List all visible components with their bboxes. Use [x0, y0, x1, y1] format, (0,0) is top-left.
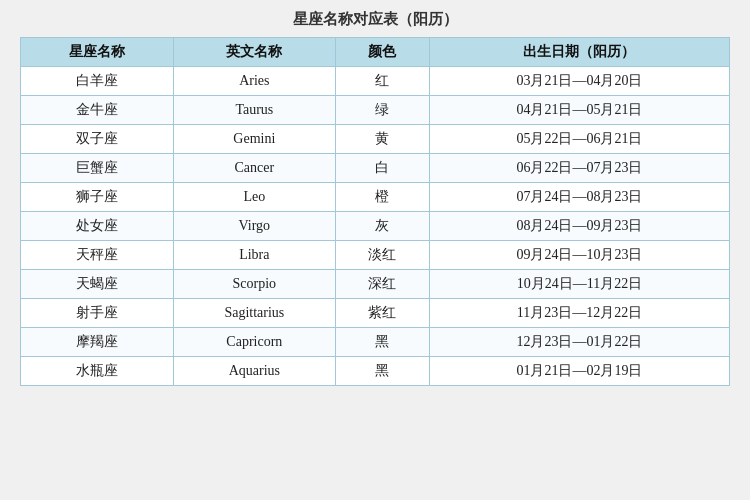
cell-chinese-name: 狮子座 — [21, 183, 174, 212]
cell-color: 黑 — [335, 328, 429, 357]
cell-chinese-name: 摩羯座 — [21, 328, 174, 357]
cell-chinese-name: 双子座 — [21, 125, 174, 154]
cell-date: 06月22日—07月23日 — [429, 154, 729, 183]
cell-color: 黑 — [335, 357, 429, 386]
cell-chinese-name: 金牛座 — [21, 96, 174, 125]
table-row: 双子座Gemini黄05月22日—06月21日 — [21, 125, 730, 154]
table-header-row: 星座名称 英文名称 颜色 出生日期（阳历） — [21, 38, 730, 67]
cell-date: 05月22日—06月21日 — [429, 125, 729, 154]
table-row: 处女座Virgo灰08月24日—09月23日 — [21, 212, 730, 241]
cell-color: 绿 — [335, 96, 429, 125]
table-row: 射手座Sagittarius紫红11月23日—12月22日 — [21, 299, 730, 328]
table-row: 狮子座Leo橙07月24日—08月23日 — [21, 183, 730, 212]
cell-date: 09月24日—10月23日 — [429, 241, 729, 270]
cell-color: 红 — [335, 67, 429, 96]
col-header-date: 出生日期（阳历） — [429, 38, 729, 67]
table-row: 白羊座Aries红03月21日—04月20日 — [21, 67, 730, 96]
cell-color: 紫红 — [335, 299, 429, 328]
cell-english-name: Libra — [174, 241, 335, 270]
page-title: 星座名称对应表（阳历） — [20, 10, 730, 29]
cell-color: 淡红 — [335, 241, 429, 270]
cell-date: 08月24日—09月23日 — [429, 212, 729, 241]
cell-chinese-name: 射手座 — [21, 299, 174, 328]
table-row: 金牛座Taurus绿04月21日—05月21日 — [21, 96, 730, 125]
table-row: 水瓶座Aquarius黑01月21日—02月19日 — [21, 357, 730, 386]
cell-date: 11月23日—12月22日 — [429, 299, 729, 328]
cell-chinese-name: 处女座 — [21, 212, 174, 241]
cell-english-name: Scorpio — [174, 270, 335, 299]
cell-english-name: Cancer — [174, 154, 335, 183]
cell-english-name: Sagittarius — [174, 299, 335, 328]
col-header-color: 颜色 — [335, 38, 429, 67]
cell-date: 12月23日—01月22日 — [429, 328, 729, 357]
cell-color: 橙 — [335, 183, 429, 212]
cell-english-name: Leo — [174, 183, 335, 212]
col-header-chinese: 星座名称 — [21, 38, 174, 67]
cell-date: 07月24日—08月23日 — [429, 183, 729, 212]
table-row: 巨蟹座Cancer白06月22日—07月23日 — [21, 154, 730, 183]
cell-chinese-name: 天秤座 — [21, 241, 174, 270]
main-container: 星座名称对应表（阳历） 星座名称 英文名称 颜色 出生日期（阳历） 白羊座Ari… — [20, 10, 730, 386]
cell-color: 白 — [335, 154, 429, 183]
cell-english-name: Capricorn — [174, 328, 335, 357]
cell-english-name: Virgo — [174, 212, 335, 241]
cell-chinese-name: 巨蟹座 — [21, 154, 174, 183]
cell-color: 深红 — [335, 270, 429, 299]
zodiac-table: 星座名称 英文名称 颜色 出生日期（阳历） 白羊座Aries红03月21日—04… — [20, 37, 730, 386]
cell-color: 灰 — [335, 212, 429, 241]
cell-chinese-name: 天蝎座 — [21, 270, 174, 299]
cell-color: 黄 — [335, 125, 429, 154]
cell-date: 04月21日—05月21日 — [429, 96, 729, 125]
table-row: 摩羯座Capricorn黑12月23日—01月22日 — [21, 328, 730, 357]
col-header-english: 英文名称 — [174, 38, 335, 67]
cell-english-name: Taurus — [174, 96, 335, 125]
table-row: 天秤座Libra淡红09月24日—10月23日 — [21, 241, 730, 270]
cell-chinese-name: 白羊座 — [21, 67, 174, 96]
cell-date: 10月24日—11月22日 — [429, 270, 729, 299]
cell-english-name: Aries — [174, 67, 335, 96]
cell-english-name: Gemini — [174, 125, 335, 154]
cell-date: 01月21日—02月19日 — [429, 357, 729, 386]
cell-date: 03月21日—04月20日 — [429, 67, 729, 96]
table-row: 天蝎座Scorpio深红10月24日—11月22日 — [21, 270, 730, 299]
cell-chinese-name: 水瓶座 — [21, 357, 174, 386]
cell-english-name: Aquarius — [174, 357, 335, 386]
